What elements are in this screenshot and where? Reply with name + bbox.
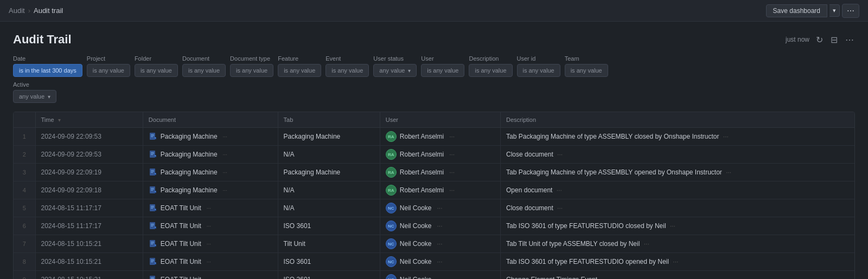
col-time[interactable]: Time ▾ (35, 112, 143, 128)
document-name: EOAT Tilt Unit (161, 276, 201, 279)
row-time: 2024-08-15 10:15:21 (35, 235, 143, 253)
user-filter-label: User (421, 55, 464, 62)
col-user[interactable]: User (380, 112, 500, 128)
table-row[interactable]: 5 2024-08-15 11:17:17 EOAT Tilt Unit ···… (14, 199, 854, 217)
svg-rect-8 (151, 154, 153, 155)
svg-rect-21 (151, 206, 154, 206)
svg-rect-3 (151, 137, 153, 137)
svg-rect-16 (151, 188, 154, 189)
svg-rect-18 (151, 190, 153, 191)
user-ellipsis: ··· (449, 186, 455, 194)
user-name: Robert Anselmi (400, 133, 444, 140)
row-tab: N/A (278, 146, 380, 164)
user-name: Robert Anselmi (400, 151, 444, 158)
table-row[interactable]: 9 2024-08-15 10:15:21 EOAT Tilt Unit ···… (14, 271, 854, 280)
row-number: 1 (14, 128, 35, 146)
user-name: Robert Anselmi (400, 168, 444, 176)
svg-rect-41 (151, 277, 154, 278)
feature-filter-button[interactable]: is any value (278, 64, 321, 77)
user-avatar: NC (386, 274, 397, 279)
active-filter-label: Active (13, 81, 56, 88)
user-name: Neil Cooke (400, 222, 432, 230)
table-row[interactable]: 4 2024-09-09 22:09:18 Packaging Machine … (14, 181, 854, 199)
refresh-icon[interactable]: ↻ (815, 34, 824, 46)
row-description: Tab ISO 3601 of type FEATURESTUDIO close… (501, 217, 854, 235)
description-filter-button[interactable]: is any value (469, 64, 512, 77)
user-status-filter-label: User status (373, 55, 417, 62)
user-filter-button[interactable]: is any value (421, 64, 464, 77)
document-icon (149, 222, 157, 230)
more-icon[interactable]: ⋯ (844, 34, 855, 46)
event-filter-group: Event is any value (326, 55, 369, 77)
desc-ellipsis: ··· (557, 151, 563, 158)
event-filter-button[interactable]: is any value (326, 64, 369, 77)
user-ellipsis: ··· (449, 168, 455, 176)
filter-icon[interactable]: ⊟ (829, 34, 839, 46)
top-nav-actions: Save dashboard ▾ ⋯ (766, 4, 859, 18)
svg-rect-17 (151, 189, 154, 190)
table-row[interactable]: 1 2024-09-09 22:09:53 Packaging Machine … (14, 128, 854, 146)
feature-filter-group: Feature is any value (278, 55, 321, 77)
row-description: Tab Packaging Machine of type ASSEMBLY o… (501, 164, 854, 181)
project-filter-button[interactable]: is any value (87, 64, 130, 77)
last-updated-label: just now (786, 36, 809, 43)
save-dashboard-button[interactable]: Save dashboard (766, 4, 827, 17)
doctype-filter-group: Document type is any value (230, 55, 273, 77)
col-document[interactable]: Document (143, 112, 278, 128)
document-name: EOAT Tilt Unit (161, 204, 201, 212)
table-row[interactable]: 7 2024-08-15 10:15:21 EOAT Tilt Unit ···… (14, 235, 854, 253)
document-icon (149, 168, 157, 177)
svg-rect-6 (151, 152, 154, 153)
document-icon (149, 204, 157, 212)
row-number: 8 (14, 253, 35, 271)
table-row[interactable]: 3 2024-09-09 22:09:19 Packaging Machine … (14, 164, 854, 181)
more-options-button[interactable]: ⋯ (842, 4, 859, 18)
userid-filter-button[interactable]: is any value (517, 64, 560, 77)
page-title: Audit Trail (13, 33, 72, 47)
description-text: Tab ISO 3601 of type FEATURESTUDIO close… (506, 222, 666, 230)
document-filter-button[interactable]: is any value (182, 64, 226, 77)
row-document: EOAT Tilt Unit ··· (143, 235, 278, 253)
document-ellipsis: ··· (223, 152, 227, 158)
team-filter-button[interactable]: is any value (565, 64, 608, 77)
row-user: NC Neil Cooke ··· (380, 217, 500, 235)
table-row[interactable]: 6 2024-08-15 11:17:17 EOAT Tilt Unit ···… (14, 217, 854, 235)
svg-rect-7 (151, 153, 154, 154)
save-dashboard-dropdown[interactable]: ▾ (829, 4, 840, 17)
filters-row-1: Date is in the last 300 days Project is … (13, 55, 855, 77)
row-tab: ISO 3601 (278, 253, 380, 271)
user-name: Neil Cooke (400, 276, 432, 279)
row-document: Packaging Machine ··· (143, 128, 278, 146)
user-ellipsis: ··· (437, 258, 443, 265)
description-text: Change Element Timings Event (506, 276, 597, 279)
doctype-filter-button[interactable]: is any value (230, 64, 273, 77)
row-time: 2024-09-09 22:09:53 (35, 146, 143, 164)
table-row[interactable]: 8 2024-08-15 10:15:21 EOAT Tilt Unit ···… (14, 253, 854, 271)
desc-ellipsis: ··· (644, 240, 649, 248)
folder-filter-button[interactable]: is any value (135, 64, 178, 77)
team-filter-label: Team (565, 55, 608, 62)
row-document: Packaging Machine ··· (143, 164, 278, 181)
date-filter-button[interactable]: is in the last 300 days (13, 64, 82, 77)
breadcrumb-separator: › (28, 7, 30, 15)
breadcrumb-parent[interactable]: Audit (9, 7, 25, 15)
row-description: Tab ISO 3601 of type FEATURESTUDIO opene… (501, 253, 854, 271)
active-filter-button[interactable]: any value ▾ (13, 90, 56, 103)
col-tab[interactable]: Tab (278, 112, 380, 128)
row-number: 9 (14, 271, 35, 280)
user-status-filter-button[interactable]: any value ▾ (373, 64, 417, 77)
document-name: Packaging Machine (161, 151, 218, 158)
description-text: Tab ISO 3601 of type FEATURESTUDIO opene… (506, 258, 669, 265)
description-filter-label: Description (469, 55, 512, 62)
document-ellipsis: ··· (223, 134, 227, 140)
row-document: EOAT Tilt Unit ··· (143, 271, 278, 280)
table-row[interactable]: 2 2024-09-09 22:09:53 Packaging Machine … (14, 146, 854, 164)
row-time: 2024-08-15 10:15:21 (35, 253, 143, 271)
row-document: Packaging Machine ··· (143, 181, 278, 199)
row-user: RA Robert Anselmi ··· (380, 146, 500, 164)
table-header-row: Time ▾ Document Tab User Description (14, 112, 854, 128)
main-content: Audit Trail just now ↻ ⊟ ⋯ Date is in th… (0, 22, 868, 279)
row-tab: Packaging Machine (278, 128, 380, 146)
col-description[interactable]: Description (501, 112, 854, 128)
svg-rect-38 (151, 262, 153, 262)
